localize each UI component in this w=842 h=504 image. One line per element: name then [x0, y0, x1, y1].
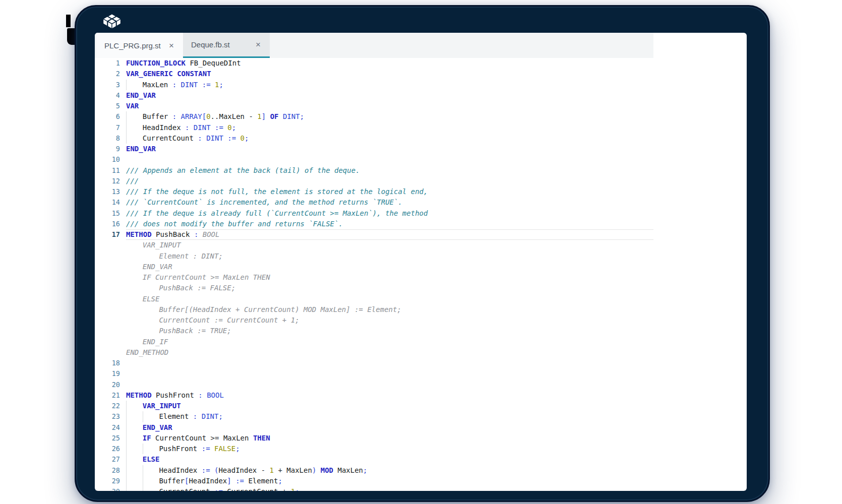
- indent-guide: [143, 444, 159, 454]
- code-line[interactable]: 20: [95, 380, 653, 390]
- ghost-code-line[interactable]: END_IF: [95, 337, 653, 347]
- code-area[interactable]: 1FUNCTION_BLOCK FB_DequeDInt2VAR_GENERIC…: [95, 58, 653, 491]
- ghost-code-line[interactable]: END_VAR: [95, 262, 653, 272]
- line-content: /// does not modify the buffer and retur…: [126, 219, 653, 229]
- code-line[interactable]: 10: [95, 154, 653, 165]
- line-number: 25: [95, 433, 126, 444]
- ghost-code-line[interactable]: CurrentCount := CurrentCount + 1;: [95, 315, 653, 326]
- line-content: Element : DINT;: [126, 411, 653, 422]
- indent-space: [126, 337, 143, 347]
- line-number: 5: [95, 101, 126, 111]
- code-line[interactable]: 28HeadIndex := (HeadIndex - 1 + MaxLen) …: [95, 465, 653, 476]
- ghost-code-line[interactable]: IF CurrentCount >= MaxLen THEN: [95, 272, 653, 283]
- code-token: VAR_GENERIC: [126, 70, 173, 78]
- code-token: VAR: [126, 102, 139, 110]
- code-line[interactable]: 21METHOD PushFront : BOOL: [95, 390, 653, 401]
- tab-plc-prg-prg-st[interactable]: PLC_PRG.prg.st×: [96, 33, 183, 58]
- code-token: :: [194, 230, 203, 238]
- line-number: [95, 315, 126, 326]
- tab-close-icon[interactable]: ×: [167, 40, 176, 51]
- code-token: METHOD: [126, 391, 152, 399]
- line-number: [95, 240, 126, 250]
- code-token: IF: [143, 434, 151, 442]
- code-line[interactable]: 14/// `CurrentCount` is incremented, and…: [95, 197, 653, 208]
- ghost-code-line[interactable]: Element : DINT;: [95, 251, 653, 262]
- code-token: HeadIndex: [143, 123, 185, 132]
- code-token: 0: [240, 134, 245, 142]
- line-content: [126, 358, 653, 368]
- code-line[interactable]: 18: [95, 358, 653, 368]
- line-number: [95, 272, 126, 283]
- code-line[interactable]: 5VAR: [95, 101, 653, 111]
- line-number: [95, 326, 126, 336]
- code-line[interactable]: 7HeadIndex : DINT := 0;: [95, 122, 653, 133]
- code-token: ;: [300, 112, 304, 120]
- line-content: METHOD PushFront : BOOL: [126, 390, 653, 401]
- code-line[interactable]: 1FUNCTION_BLOCK FB_DequeDInt: [95, 58, 653, 69]
- code-line[interactable]: 25IF CurrentCount >= MaxLen THEN: [95, 433, 653, 444]
- ghost-code-line[interactable]: PushBack := FALSE;: [95, 283, 653, 293]
- code-line[interactable]: 2VAR_GENERIC CONSTANT: [95, 69, 653, 79]
- ghost-code-line[interactable]: Buffer[(HeadIndex + CurrentCount) MOD Ma…: [95, 304, 653, 315]
- tab-close-icon[interactable]: ×: [254, 39, 263, 50]
- line-number: 26: [95, 444, 126, 454]
- code-line[interactable]: 30CurrentCount := CurrentCount + 1;: [95, 486, 653, 491]
- tab-deque-fb-st[interactable]: Deque.fb.st×: [183, 33, 270, 58]
- code-token: :=: [214, 487, 227, 491]
- code-line[interactable]: 16/// does not modify the buffer and ret…: [95, 219, 653, 229]
- indent-guide: [143, 411, 159, 422]
- line-content: [126, 380, 653, 390]
- ghost-code-line[interactable]: ELSE: [95, 294, 653, 304]
- code-token: MaxLen: [223, 434, 253, 442]
- code-line[interactable]: 19: [95, 368, 653, 379]
- line-number: [95, 304, 126, 315]
- line-content: MaxLen : DINT := 1;: [126, 80, 653, 90]
- code-line[interactable]: 4END_VAR: [95, 90, 653, 101]
- code-line[interactable]: 23Element : DINT;: [95, 411, 653, 422]
- code-line[interactable]: 26PushFront := FALSE;: [95, 444, 653, 454]
- code-token: CurrentCount: [227, 487, 282, 491]
- line-number: 28: [95, 465, 126, 476]
- indent-space: [143, 326, 159, 336]
- code-line[interactable]: 8CurrentCount : DINT := 0;: [95, 133, 653, 144]
- indent-guide: [126, 486, 143, 491]
- line-number: 8: [95, 133, 126, 144]
- code-line[interactable]: 15/// If the deque is already full (`Cur…: [95, 208, 653, 219]
- code-line[interactable]: 9END_VAR: [95, 144, 653, 154]
- code-token: ;: [245, 134, 249, 142]
- ghost-code-line[interactable]: END_METHOD: [95, 347, 653, 358]
- code-line[interactable]: 3MaxLen : DINT := 1;: [95, 80, 653, 90]
- line-content: END_VAR: [126, 144, 653, 154]
- code-token: HeadIndex: [218, 466, 261, 474]
- code-line[interactable]: 13/// If the deque is not full, the elem…: [95, 186, 653, 197]
- code-token: PushBack: [152, 230, 194, 238]
- line-number: 27: [95, 454, 126, 465]
- code-token: METHOD: [126, 230, 152, 238]
- ghost-code-line[interactable]: PushBack := TRUE;: [95, 326, 653, 336]
- code-line[interactable]: 17METHOD PushBack : BOOL: [95, 229, 653, 240]
- code-token: /// If the deque is not full, the elemen…: [126, 187, 428, 196]
- line-content: [126, 368, 653, 379]
- code-token: PushBack := FALSE;: [159, 284, 235, 292]
- ghost-code-line[interactable]: VAR_INPUT: [95, 240, 653, 250]
- code-token: -: [249, 112, 257, 120]
- code-line[interactable]: 11/// Appends an element at the back (ta…: [95, 165, 653, 176]
- code-token: ;: [235, 445, 239, 453]
- line-number: 22: [95, 401, 126, 411]
- code-token: +: [278, 466, 286, 474]
- line-content: END_VAR: [126, 90, 653, 101]
- code-line[interactable]: 24END_VAR: [95, 422, 653, 433]
- code-line[interactable]: 22VAR_INPUT: [95, 401, 653, 411]
- indent-space: [126, 251, 143, 262]
- code-line[interactable]: 6Buffer : ARRAY[0..MaxLen - 1] OF DINT;: [95, 111, 653, 122]
- indent-guide: [126, 465, 143, 476]
- code-token: END_VAR: [143, 423, 172, 431]
- line-content: ///: [126, 176, 653, 186]
- code-line[interactable]: 12///: [95, 176, 653, 186]
- code-line[interactable]: 27ELSE: [95, 454, 653, 465]
- code-token: DINT: [194, 123, 215, 132]
- line-content: CurrentCount : DINT := 0;: [126, 133, 653, 144]
- code-line[interactable]: 29Buffer[HeadIndex] := Element;: [95, 476, 653, 486]
- indent-guide: [126, 122, 143, 133]
- code-token: PushFront: [152, 391, 199, 399]
